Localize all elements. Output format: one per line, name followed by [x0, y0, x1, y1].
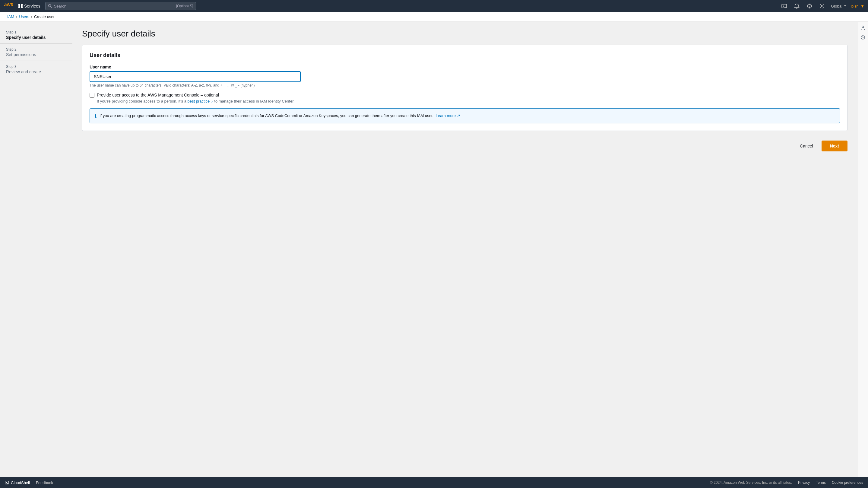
- console-access-label: Provide user access to the AWS Managemen…: [97, 92, 294, 98]
- info-icon: ℹ: [95, 113, 96, 119]
- user-menu[interactable]: bishi ▼: [851, 4, 864, 8]
- settings-icon[interactable]: [818, 2, 826, 10]
- username-input[interactable]: [90, 71, 301, 82]
- region-label: Global: [831, 4, 842, 8]
- search-shortcut: [Option+S]: [176, 4, 193, 8]
- username-hint: The user name can have up to 64 characte…: [90, 83, 840, 88]
- console-access-label-text: Provide user access to the AWS Managemen…: [97, 93, 219, 97]
- region-selector[interactable]: Global: [831, 4, 846, 8]
- info-text: If you are creating programmatic access …: [99, 113, 460, 119]
- nav-right-icons: Global bishi ▼: [780, 2, 864, 10]
- username-form-group: User name The user name can have up to 6…: [90, 65, 840, 88]
- breadcrumb-sep-1: ›: [16, 15, 17, 19]
- action-bar: Cancel Next: [82, 136, 847, 156]
- step-2-name: Set permissions: [6, 52, 66, 57]
- next-button[interactable]: Next: [822, 141, 847, 151]
- svg-marker-11: [844, 5, 846, 7]
- copyright-text: © 2024, Amazon Web Services, Inc. or its…: [710, 481, 792, 485]
- best-practice-link-text: best practice: [188, 99, 210, 103]
- svg-point-12: [862, 26, 864, 28]
- info-text-content: If you are creating programmatic access …: [99, 113, 433, 118]
- breadcrumb-current: Create user: [34, 14, 55, 19]
- svg-line-5: [51, 7, 52, 8]
- external-link-icon: ↗: [211, 100, 213, 103]
- cloudshell-label: CloudShell: [11, 481, 30, 485]
- svg-rect-2: [19, 6, 20, 8]
- privacy-link[interactable]: Privacy: [798, 481, 810, 485]
- svg-point-10: [821, 5, 823, 7]
- console-access-sublabel-text: If you're providing console access to a …: [97, 99, 186, 103]
- right-clock-icon[interactable]: [859, 34, 867, 41]
- username-label: User name: [90, 65, 840, 69]
- cloudshell-icon[interactable]: [780, 2, 788, 10]
- breadcrumb-sep-2: ›: [31, 15, 32, 19]
- cloudshell-bottom[interactable]: CloudShell: [5, 481, 30, 485]
- breadcrumb: IAM › Users › Create user: [0, 12, 868, 22]
- step-1-name: Specify user details: [6, 35, 66, 40]
- cookie-link[interactable]: Cookie preferences: [832, 481, 863, 485]
- step-3-name: Review and create: [6, 69, 66, 74]
- content-area: Specify user details User details User n…: [72, 22, 857, 477]
- console-access-row: Provide user access to the AWS Managemen…: [90, 92, 840, 103]
- cloudshell-bottom-icon: [5, 481, 9, 485]
- learn-more-ext-icon: ↗: [457, 113, 460, 118]
- bottom-right-links: © 2024, Amazon Web Services, Inc. or its…: [710, 481, 863, 485]
- info-box: ℹ If you are creating programmatic acces…: [90, 108, 840, 123]
- console-access-link2-text: to manage their access in IAM Identity C…: [214, 99, 294, 103]
- right-side-panel: [857, 22, 868, 477]
- svg-rect-3: [21, 6, 23, 8]
- svg-rect-1: [21, 4, 23, 6]
- step-2-number: Step 2: [6, 48, 66, 52]
- search-bar[interactable]: [Option+S]: [45, 2, 196, 10]
- step-3-item[interactable]: Step 3 Review and create: [0, 61, 72, 78]
- help-icon[interactable]: [806, 2, 813, 10]
- user-details-card: User details User name The user name can…: [82, 44, 847, 131]
- search-icon: [48, 4, 52, 8]
- notification-icon[interactable]: [793, 2, 801, 10]
- top-navigation: Services [Option+S]: [0, 0, 868, 12]
- cancel-button[interactable]: Cancel: [795, 141, 818, 151]
- console-access-checkbox[interactable]: [90, 93, 94, 98]
- step-1-item[interactable]: Step 1 Specify user details: [0, 27, 72, 43]
- right-user-icon[interactable]: [859, 24, 867, 31]
- chevron-down-icon: [843, 4, 846, 7]
- breadcrumb-iam[interactable]: IAM: [7, 14, 14, 19]
- card-title: User details: [90, 52, 840, 59]
- step-3-number: Step 3: [6, 65, 66, 69]
- bottom-bar: CloudShell Feedback © 2024, Amazon Web S…: [0, 477, 868, 488]
- console-access-label-group: Provide user access to the AWS Managemen…: [97, 92, 294, 103]
- services-menu-button[interactable]: Services: [16, 2, 43, 10]
- svg-point-9: [809, 7, 810, 7]
- breadcrumb-users[interactable]: Users: [19, 14, 29, 19]
- page-title: Specify user details: [82, 29, 847, 39]
- feedback-link[interactable]: Feedback: [36, 481, 53, 485]
- aws-logo[interactable]: [4, 3, 13, 9]
- search-input[interactable]: [54, 4, 176, 8]
- services-label: Services: [24, 4, 40, 8]
- best-practice-link[interactable]: best practice ↗: [188, 99, 214, 103]
- step-2-item[interactable]: Step 2 Set permissions: [0, 43, 72, 61]
- steps-panel: Step 1 Specify user details Step 2 Set p…: [0, 22, 72, 477]
- console-access-sublabel: If you're providing console access to a …: [97, 99, 294, 103]
- grid-icon: [18, 4, 23, 8]
- svg-rect-0: [19, 4, 20, 6]
- svg-point-4: [48, 4, 51, 7]
- terms-link[interactable]: Terms: [816, 481, 826, 485]
- step-1-number: Step 1: [6, 30, 66, 34]
- learn-more-text: Learn more: [436, 113, 456, 118]
- svg-rect-6: [782, 4, 786, 8]
- learn-more-link[interactable]: Learn more ↗: [436, 113, 460, 118]
